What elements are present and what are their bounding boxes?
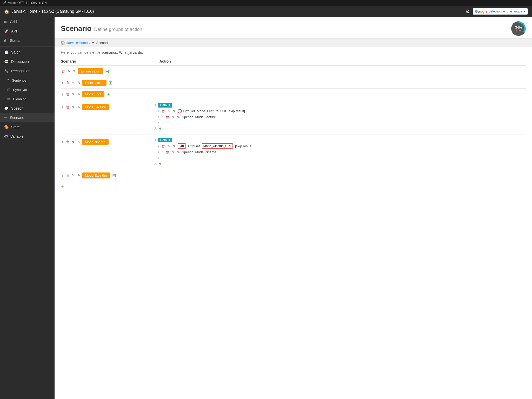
edit1-btn-foot[interactable]: ✎ [71, 92, 76, 97]
recognition-icon: 🔧 [4, 69, 9, 73]
gear-icon[interactable]: ⚙ [466, 9, 470, 14]
add-scenario-btn[interactable]: + [61, 184, 64, 190]
cpu-percent: 34% [515, 25, 522, 29]
badge-mode-cinema: Mode cinéma [82, 139, 109, 145]
badge-eteins-salon: Eteins salon [82, 80, 107, 86]
google-translate[interactable]: Google Sélectionner une langue ▼ [473, 8, 528, 15]
delete-btn-cinema[interactable]: 🗑 [65, 139, 70, 144]
delete-sub-btn[interactable]: 🗑 [161, 109, 166, 114]
expand-btn-eclaire[interactable]: ⊞ [104, 69, 110, 74]
edit2-btn-foot[interactable]: ✎ [77, 92, 81, 97]
delete-sub-btn-cinema[interactable]: 🗑 [161, 144, 166, 149]
link-sub2-btn-lecture[interactable]: ✎ [176, 115, 181, 119]
sidebar-item-status[interactable]: ◎ Status [0, 36, 55, 45]
sidebar-item-cleaning[interactable]: ✏ Cleaning [0, 94, 55, 104]
sidebar-item-state[interactable]: 🎨 State [0, 122, 55, 132]
add-action-btn-lecture-2[interactable]: + [158, 126, 162, 131]
skip-result-cinema: [skip result] [234, 144, 252, 148]
breadcrumb-home-link[interactable]: Jarvis@Home [66, 41, 88, 45]
delete-btn-eteins[interactable]: 🗑 [65, 80, 70, 85]
delete-btn-eclaire[interactable]: 🗑 [61, 69, 66, 74]
expand-btn-eteins[interactable]: ⊞ [108, 80, 114, 86]
edit2-btn-cinema[interactable]: ✎ [77, 139, 81, 144]
page-subtitle: Define groups of action [94, 27, 142, 32]
add-sub-btn-lecture-1[interactable]: + [161, 121, 165, 125]
link-sub2-btn-cinema[interactable]: ✎ [176, 150, 181, 155]
translate-label: Sélectionner une langue [489, 10, 522, 13]
sidebar-label-status: Status [10, 38, 20, 43]
scenario-icon: ✏ [4, 116, 7, 120]
scenario-col-eteindre: ↑ 🗑 ✎ ✎ Mode Éteindre ⊞ [61, 172, 154, 178]
sidebar-item-recognition[interactable]: 🔧 Recognition [0, 66, 55, 76]
row-inner-eteindre: ↑ 🗑 ✎ ✎ Mode Éteindre ⊞ [61, 172, 526, 178]
link-sub-btn[interactable]: ✎ [172, 109, 177, 114]
delete-sub2-btn-cinema[interactable]: 🗑 [165, 150, 170, 155]
edit-sub2-btn-cinema[interactable]: ✎ [171, 150, 175, 155]
breadcrumb: 🏠 Jarvis@Home / ✏ Scenario [55, 39, 532, 47]
edit-sub-btn-cinema[interactable]: ✎ [167, 144, 171, 149]
edit-sub2-btn-lecture[interactable]: ✎ [171, 115, 175, 119]
url-highlight-cinema: Mode_Cinema_URL [202, 143, 233, 149]
edit2-btn-eteindre[interactable]: ✎ [77, 173, 81, 178]
edit2-btn-eclaire[interactable]: ✎ [72, 69, 77, 74]
delete-sub2-btn-lecture[interactable]: 🗑 [165, 115, 170, 119]
header-right: ⚙ Google Sélectionner une langue ▼ [466, 8, 528, 15]
sidebar-label-api: API [11, 29, 17, 33]
sidebar-item-speech[interactable]: 💬 Speech [0, 104, 55, 113]
synonym-icon: ⊞ [7, 88, 10, 92]
up-sub-btn-lecture[interactable]: ↑ [161, 115, 164, 119]
discussion-icon: 💬 [4, 59, 9, 64]
delete-btn-foot[interactable]: 🗑 [65, 92, 70, 97]
edit1-btn-cinema[interactable]: ✎ [71, 139, 76, 144]
salon-icon: 📋 [4, 50, 9, 54]
add-sub-btn-cinema-1[interactable]: + [161, 156, 165, 160]
edit2-btn-lecture[interactable]: ✎ [77, 105, 81, 110]
sidebar-label-cleaning: Cleaning [13, 97, 26, 101]
delete-btn-eteindre[interactable]: 🗑 [65, 173, 70, 178]
up-btn-eteindre[interactable]: ↑ [61, 173, 64, 178]
delete-btn-lecture[interactable]: 🗑 [65, 105, 70, 110]
translate-arrow: ▼ [523, 10, 526, 13]
up-btn-eteins[interactable]: ↑ [61, 80, 64, 85]
httpget-lecture-text: HttpGet Mode_Lecture_URL [skip result] [183, 109, 245, 113]
sidebar-item-discussion[interactable]: 💬 Discussion [0, 57, 55, 66]
expand-btn-foot[interactable]: ⊞ [105, 91, 111, 97]
speech-cinema-text: Speech Mode Cinéma [182, 150, 216, 154]
sidebar-item-grid[interactable]: ⊞ Grid [0, 17, 55, 26]
header-title: Jarvis@Home - Tab S2 (Samsung SM-T810) [11, 9, 94, 14]
scenario-actions-foot: ↑ 🗑 ✎ ✎ [61, 92, 81, 97]
badge-eclaire-salon: Eclaire salon [78, 68, 103, 74]
action-sub-lecture-1-2: • ↑ 🗑 ✎ ✎ Speech Mode Lecture [154, 114, 526, 120]
sidebar-item-sentence[interactable]: ❝ Sentence [0, 76, 55, 85]
edit-sub-btn[interactable]: ✎ [167, 109, 171, 114]
state-icon: 🎨 [4, 125, 9, 129]
sidebar-item-synonym[interactable]: ⊞ Synonym [0, 85, 55, 94]
sidebar-item-api[interactable]: 🚀 API [0, 26, 55, 36]
edit1-btn-lecture[interactable]: ✎ [71, 105, 76, 110]
action-group-cinema-2: 2. + [154, 161, 526, 166]
up-btn-foot[interactable]: ↑ [61, 92, 64, 97]
row-inner: 🗑 ✎ ✎ Eclaire salon ⊞ [61, 68, 526, 74]
scenario-col-eclaire: 🗑 ✎ ✎ Eclaire salon ⊞ [61, 68, 154, 74]
cleaning-icon: ✏ [7, 97, 10, 101]
collapse-btn-cinema[interactable]: − [110, 140, 112, 144]
scenario-col-eteins: ↑ 🗑 ✎ ✎ Eteins salon ⊞ [61, 80, 154, 86]
sidebar-label-salon: Salon [11, 50, 21, 54]
edit2-btn-eteins[interactable]: ✎ [77, 80, 81, 85]
link-sub-btn-cinema[interactable]: ✎ [172, 144, 177, 149]
edit1-btn-eclaire[interactable]: ✎ [67, 69, 71, 74]
up-btn-lecture[interactable]: ↑ [61, 105, 64, 110]
sidebar-label-variable: Variable [10, 134, 23, 138]
sidebar-item-scenario[interactable]: ✏ Scenario [0, 113, 55, 122]
sidebar-item-salon[interactable]: 📋 Salon [0, 48, 55, 57]
action-sub-cinema-1-1: • 🗑 ✎ ✎ On HttpGet Mode_Cinema_URL [skip… [154, 143, 526, 149]
collapse-btn-lecture[interactable]: − [110, 105, 112, 110]
sidebar-item-variable[interactable]: 🏷 Variable [0, 132, 55, 141]
edit1-btn-eteins[interactable]: ✎ [71, 80, 76, 85]
edit1-btn-eteindre[interactable]: ✎ [71, 173, 76, 178]
add-action-btn-cinema-2[interactable]: + [158, 161, 162, 166]
up-sub-btn-cinema[interactable]: ↑ [161, 150, 164, 155]
status-icon: ◎ [4, 38, 7, 43]
up-btn-cinema[interactable]: ↑ [61, 139, 64, 144]
expand-btn-eteindre[interactable]: ⊞ [111, 173, 117, 178]
